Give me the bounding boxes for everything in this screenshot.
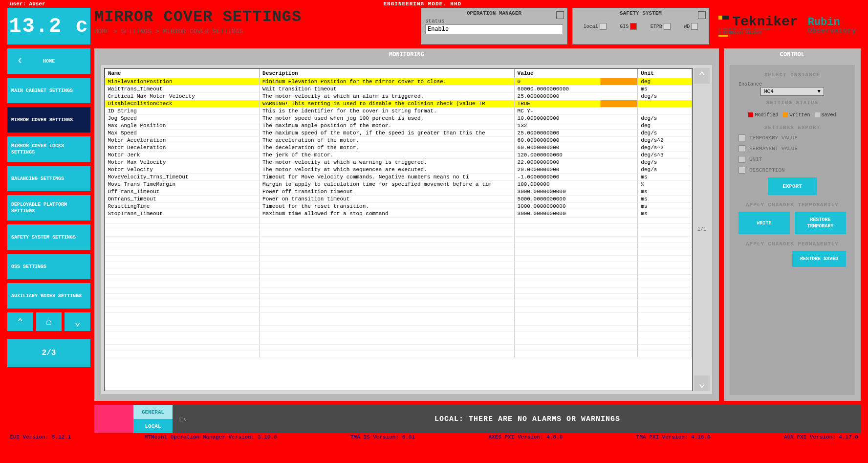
table-row[interactable]: OnTrans_TimeoutPower on transition timeo… <box>105 196 692 203</box>
chk-description[interactable] <box>738 167 745 174</box>
status-legend: Modified Written Saved <box>738 112 846 118</box>
safety-gis: GIS <box>620 23 637 30</box>
expand-icon[interactable] <box>556 11 564 19</box>
table-row[interactable]: OffTrans_TimeoutPower off transition tim… <box>105 188 692 196</box>
table-row <box>105 275 692 281</box>
table-row[interactable]: Motor VelocityThe motor velocity at whic… <box>105 166 692 174</box>
instance-select[interactable]: MC4▼ <box>760 87 824 96</box>
restore-temp-button[interactable]: RESTORE TEMPORARY <box>795 212 846 234</box>
table-row[interactable]: Critical Max Motor VelocityThe motor vel… <box>105 93 692 100</box>
nav-mirror-cover-locks[interactable]: MIRROR COVER LOCKS SETTINGS <box>7 136 90 162</box>
expand-icon[interactable] <box>698 11 706 19</box>
sidebar: 13.2 c ‹HOME MAIN CABINET SETTINGS MIRRO… <box>7 8 90 433</box>
table-row[interactable]: Motor AccelerationThe acceleration of th… <box>105 137 692 144</box>
title-block: MIRROR COVER SETTINGS HOME > SETTINGS > … <box>94 8 416 44</box>
nav-aux-boxes[interactable]: AUXILIARY BOXES SETTINGS <box>7 283 90 309</box>
table-row[interactable]: MinElevationPositionMinimum Elevation Po… <box>105 78 692 86</box>
alarm-message: LOCAL: THERE ARE NO ALARMS OR WARNINGS <box>194 405 861 433</box>
top-bar: user: AUser ENGINEERING MODE. HHD <box>0 0 868 8</box>
nav-deployable-platform[interactable]: DEPLOYABLE PLATFORM SETTINGS <box>7 195 90 220</box>
table-row <box>105 243 692 249</box>
table-row <box>105 294 692 300</box>
scroll-down-button[interactable]: ⌄ <box>694 375 710 391</box>
table-page: 1/1 <box>697 227 706 232</box>
tab-general[interactable]: GENERAL <box>133 405 173 419</box>
nav-home-button[interactable]: ⌂ <box>36 312 62 331</box>
table-row <box>105 237 692 243</box>
table-row[interactable]: MoveVelocity_Trns_TimeOutTimeout for Mov… <box>105 174 692 181</box>
chk-perm-value[interactable] <box>738 145 745 152</box>
op-mgr-title: OPERATION MANAGER <box>425 10 563 16</box>
table-row <box>105 287 692 294</box>
export-button[interactable]: EXPORT <box>768 177 817 195</box>
table-row <box>105 313 692 319</box>
tekniker-logo: Tekniker MEMBER OF BASQUE RESEARCH& TECH… <box>718 16 798 37</box>
select-instance-heading: SELECT INSTANCE <box>738 72 846 78</box>
nav-safety-system[interactable]: SAFETY SYSTEM SETTINGS <box>7 224 90 250</box>
control-title: CONTROL <box>724 48 861 61</box>
table-row[interactable]: Motor Max VelocityThe motor velocity at … <box>105 159 692 166</box>
table-row[interactable]: Move_Trans_TimeMarginMargin to apply to … <box>105 181 692 188</box>
table-row <box>105 224 692 230</box>
table-row <box>105 262 692 268</box>
table-row <box>105 300 692 307</box>
table-row <box>105 319 692 326</box>
table-row[interactable]: Motor DecelerationThe deceleration of th… <box>105 144 692 152</box>
nav-main-cabinet[interactable]: MAIN CABINET SETTINGS <box>7 78 90 103</box>
cursor-icon[interactable]: ⬚↖ <box>173 405 194 433</box>
logo-area: Tekniker MEMBER OF BASQUE RESEARCH& TECH… <box>714 8 861 44</box>
table-row[interactable]: StopTrans_TimeoutMaximum time allowed fo… <box>105 210 692 218</box>
col-name: Name <box>105 69 260 78</box>
apply-temp-heading: APPLY CHANGES TEMPORARILY <box>738 202 846 208</box>
tab-local[interactable]: LOCAL <box>133 419 173 433</box>
version-badge: 13.2 c <box>7 8 90 44</box>
mode-label: ENGINEERING MODE. HHD <box>384 1 462 7</box>
chk-unit[interactable] <box>738 156 745 163</box>
monitoring-panel: MONITORING Name Description Value Unit M… <box>94 48 719 401</box>
chk-temp-value[interactable] <box>738 134 745 141</box>
table-row <box>105 345 692 351</box>
settings-table[interactable]: Name Description Value Unit MinElevation… <box>104 68 693 391</box>
col-unit: Unit <box>638 69 692 78</box>
table-row <box>105 256 692 262</box>
table-row[interactable]: Jog SpeedThe motor speed used when jog 1… <box>105 115 692 122</box>
control-panel: CONTROL SELECT INSTANCE Instance MC4▼ SE… <box>724 48 861 401</box>
setting-status-heading: SETTING STATUS <box>738 100 846 106</box>
write-button[interactable]: WRITE <box>738 212 790 234</box>
table-row <box>105 218 692 224</box>
table-row <box>105 332 692 338</box>
nav-down-button[interactable]: ⌄ <box>65 312 90 331</box>
table-row[interactable]: ResettingTimeTimeout for the reset trans… <box>105 203 692 210</box>
table-row[interactable]: WaitTrans_TimeoutWait transition timeout… <box>105 86 692 93</box>
nav-home[interactable]: ‹HOME <box>7 48 90 74</box>
rubin-logo: RubinObservatory <box>808 18 856 35</box>
nav-mirror-cover[interactable]: MIRROR COVER SETTINGS <box>7 107 90 132</box>
page-title: MIRROR COVER SETTINGS <box>94 8 416 26</box>
table-row[interactable]: ID StringThis is the identifier for the … <box>105 108 692 115</box>
nav-up-button[interactable]: ⌃ <box>7 312 33 331</box>
mtmount-version: MTMount Operation Manager Version: 3.10.… <box>145 434 277 440</box>
safety-local: local <box>584 23 607 30</box>
table-row[interactable]: DisableColisionCheckWARNING! This settin… <box>105 100 692 108</box>
eui-version: EUI Version: 5.12.1 <box>10 434 71 440</box>
scroll-up-button[interactable]: ⌃ <box>694 68 710 84</box>
bottom-bar: EUI Version: 5.12.1 MTMount Operation Ma… <box>0 433 868 441</box>
table-row[interactable]: Max Angle PositionThe maximum angle posi… <box>105 122 692 130</box>
table-row <box>105 338 692 345</box>
user-label: user: AUser <box>10 1 45 7</box>
table-row <box>105 249 692 256</box>
footer: GENERAL LOCAL ⬚↖ LOCAL: THERE ARE NO ALA… <box>94 405 861 433</box>
aux-pxi-version: AUX PXI Version: 4.17.0 <box>784 434 858 440</box>
col-desc: Description <box>260 69 514 78</box>
restore-saved-button[interactable]: RESTORE SAVED <box>792 251 846 267</box>
table-row <box>105 230 692 237</box>
nav-oss[interactable]: OSS SETTINGS <box>7 254 90 279</box>
table-row[interactable]: Motor JerkThe jerk of the motor.120.0000… <box>105 152 692 159</box>
table-row[interactable]: Max SpeedThe maximum speed of the motor,… <box>105 130 692 137</box>
axes-pxi-version: AXES PXI Version: 4.8.0 <box>489 434 563 440</box>
table-row <box>105 307 692 313</box>
safety-wd: WD <box>684 23 698 30</box>
nav-balancing[interactable]: BALANCING SETTINGS <box>7 166 90 191</box>
safety-title: SAFETY SYSTEM <box>577 10 705 16</box>
settings-export-heading: SETTINGS EXPORT <box>738 125 846 131</box>
